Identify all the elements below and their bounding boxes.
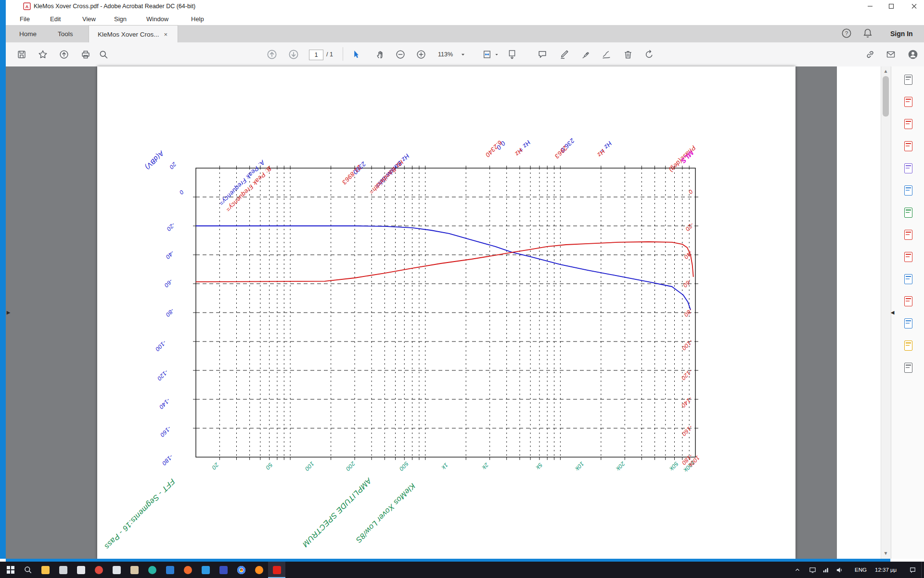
menu-item-window[interactable]: Window bbox=[144, 14, 170, 24]
save-icon[interactable] bbox=[16, 49, 27, 60]
create-pdf-icon bbox=[904, 141, 912, 151]
menu-item-help[interactable]: Help bbox=[189, 14, 206, 24]
tools-rail: ◀ bbox=[891, 66, 924, 559]
print-icon[interactable] bbox=[80, 49, 91, 60]
page-total-label: / 1 bbox=[326, 51, 333, 58]
comment-bubble-icon[interactable] bbox=[537, 49, 548, 60]
tray-speaker-icon[interactable] bbox=[834, 562, 845, 578]
rail-tool-certificates[interactable] bbox=[902, 317, 914, 329]
app-blue-icon bbox=[166, 566, 174, 574]
scroll-mode-icon[interactable] bbox=[506, 49, 518, 60]
taskbar-app-app-light[interactable] bbox=[108, 562, 125, 578]
vertical-scrollbar[interactable]: ▲ ▼ bbox=[881, 66, 891, 559]
tray-network-icon[interactable] bbox=[820, 562, 832, 578]
rail-tool-more-tools[interactable] bbox=[902, 361, 914, 374]
share-upload-icon[interactable] bbox=[58, 49, 70, 60]
taskbar-app-file-explorer[interactable] bbox=[37, 562, 54, 578]
rail-tool-create-pdf[interactable] bbox=[902, 140, 914, 152]
scrollbar-thumb[interactable] bbox=[883, 76, 889, 117]
close-button[interactable] bbox=[906, 1, 923, 13]
toolbar-separator bbox=[343, 47, 343, 61]
previous-page-icon[interactable] bbox=[266, 49, 278, 60]
scroll-up-icon[interactable]: ▲ bbox=[883, 68, 889, 74]
select-cursor-icon[interactable] bbox=[350, 49, 362, 60]
tab-close-icon[interactable]: × bbox=[164, 31, 168, 38]
sign-pen-icon[interactable] bbox=[601, 49, 612, 60]
pdf-page[interactable]: A(dBV)200-20-40-60-80-100-120-140-160-18… bbox=[97, 66, 796, 559]
taskbar-app-vscode[interactable] bbox=[197, 562, 214, 578]
hand-tool-icon[interactable] bbox=[374, 49, 386, 60]
tray-chevron-icon[interactable] bbox=[792, 562, 803, 578]
app-red-icon bbox=[95, 566, 103, 574]
maximize-button[interactable] bbox=[883, 1, 900, 13]
search-icon[interactable] bbox=[98, 49, 109, 60]
rail-tool-combine-files[interactable] bbox=[902, 184, 914, 197]
rail-tool-search-tool[interactable] bbox=[902, 73, 914, 86]
rail-tool-convert[interactable] bbox=[902, 206, 914, 219]
fountain-pen-icon[interactable] bbox=[580, 49, 591, 60]
taskbar-app-acrobat-reader[interactable] bbox=[268, 562, 285, 578]
menu-item-view[interactable]: View bbox=[80, 14, 98, 24]
taskbar-app-people[interactable] bbox=[54, 562, 72, 578]
rotate-ccw-icon[interactable] bbox=[643, 49, 655, 60]
scroll-down-icon[interactable]: ▼ bbox=[883, 550, 889, 556]
zoom-out-icon[interactable] bbox=[395, 49, 406, 60]
taskbar-app-app-grid[interactable] bbox=[72, 562, 90, 578]
next-page-icon[interactable] bbox=[288, 49, 299, 60]
taskbar-app-app-indigo[interactable] bbox=[215, 562, 232, 578]
tab-document[interactable]: KleMos Xover Cros... × bbox=[89, 25, 178, 43]
start-button[interactable] bbox=[2, 562, 19, 578]
taskbar-app-chrome[interactable] bbox=[232, 562, 250, 578]
file-explorer-icon bbox=[41, 566, 50, 574]
menu-item-sign[interactable]: Sign bbox=[112, 14, 128, 24]
rail-tool-edit-pdf[interactable] bbox=[902, 273, 914, 285]
menu-item-edit[interactable]: Edit bbox=[48, 14, 63, 24]
page-number-input[interactable]: 1 bbox=[309, 50, 323, 60]
minimize-button[interactable] bbox=[861, 1, 879, 13]
rail-tool-measure[interactable] bbox=[902, 339, 914, 352]
rail-collapse-handle[interactable]: ◀ bbox=[890, 307, 895, 317]
menu-item-file[interactable]: File bbox=[18, 14, 32, 24]
rail-tool-organize-pages[interactable] bbox=[902, 118, 914, 130]
tray-clock[interactable]: 12:37 μμ bbox=[875, 562, 897, 578]
fit-page-caret-icon[interactable] bbox=[491, 49, 502, 60]
zoom-level-value[interactable]: 113% bbox=[438, 51, 453, 58]
taskbar-app-app-teal[interactable] bbox=[143, 562, 161, 578]
help-icon[interactable]: ? bbox=[841, 28, 852, 40]
taskbar-app-app-red[interactable] bbox=[90, 562, 107, 578]
show-desktop-button[interactable] bbox=[921, 562, 924, 578]
email-icon[interactable] bbox=[885, 49, 897, 60]
favorite-star-icon[interactable] bbox=[37, 49, 49, 60]
main-toolbar: 1 / 1 113% bbox=[6, 42, 924, 67]
tray-monitor-icon[interactable] bbox=[807, 562, 818, 578]
rail-tool-export-pdf[interactable] bbox=[902, 95, 914, 108]
tab-home[interactable]: Home bbox=[11, 25, 45, 42]
taskbar-search-icon[interactable] bbox=[19, 562, 37, 578]
app-light-icon bbox=[113, 566, 121, 574]
delete-trash-icon[interactable] bbox=[622, 49, 634, 60]
highlighter-icon[interactable] bbox=[559, 49, 570, 60]
rail-tool-stamp[interactable] bbox=[902, 228, 914, 241]
left-panel-expand-handle[interactable]: ▶ bbox=[6, 307, 11, 317]
notifications-bell-icon[interactable] bbox=[862, 28, 873, 40]
taskbar-app-app-orange[interactable] bbox=[179, 562, 196, 578]
organize-pages-icon bbox=[904, 119, 912, 129]
zoom-in-icon[interactable] bbox=[415, 49, 427, 60]
vscode-icon bbox=[202, 566, 210, 574]
tray-language[interactable]: ENG bbox=[855, 562, 867, 578]
title-bar: A KleMos Xover Cross.pdf - Adobe Acrobat… bbox=[6, 0, 924, 13]
rail-tool-fill-sign[interactable] bbox=[902, 250, 914, 263]
link-icon[interactable] bbox=[864, 49, 876, 60]
profile-avatar[interactable] bbox=[907, 49, 919, 60]
measure-icon bbox=[904, 341, 912, 351]
tab-tools[interactable]: Tools bbox=[49, 25, 82, 42]
taskbar-app-app-blue[interactable] bbox=[161, 562, 179, 578]
zoom-dropdown-caret-icon[interactable] bbox=[457, 49, 469, 60]
sign-in-button[interactable]: Sign In bbox=[890, 30, 913, 38]
rail-tool-compress-pdf[interactable] bbox=[902, 295, 914, 307]
taskbar-app-app-tan[interactable] bbox=[126, 562, 143, 578]
windows-taskbar: ENG 12:37 μμ bbox=[0, 562, 924, 578]
taskbar-app-firefox[interactable] bbox=[250, 562, 268, 578]
tray-notification-icon[interactable] bbox=[907, 562, 918, 578]
rail-tool-comment[interactable] bbox=[902, 162, 914, 174]
